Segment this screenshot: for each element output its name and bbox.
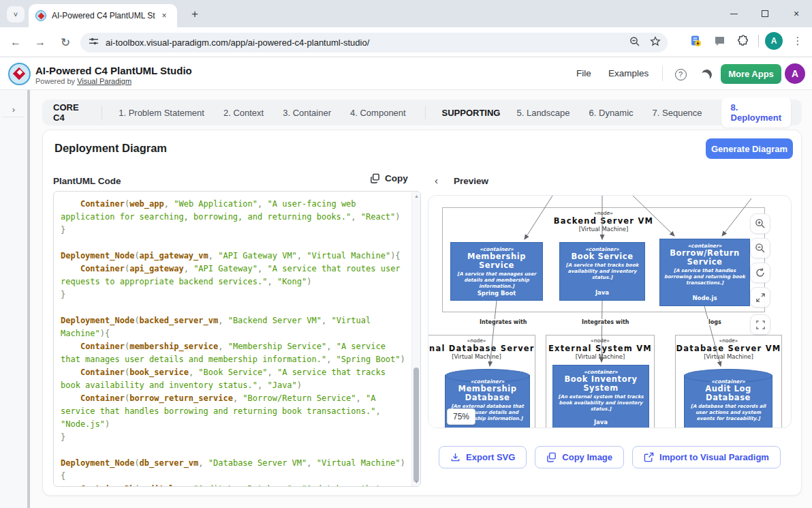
code-line[interactable]: Deployment_Node(backed_server_vm, "Backe… bbox=[61, 314, 407, 340]
copy-code-button[interactable]: Copy bbox=[370, 173, 408, 183]
code-line[interactable]: Container(borrow_return_service, "Borrow… bbox=[61, 392, 407, 431]
code-line[interactable]: } bbox=[61, 431, 407, 444]
powered-by-prefix: Powered by bbox=[35, 77, 77, 85]
code-editor-content[interactable]: Container(web_app, "Web Application", "A… bbox=[54, 192, 411, 487]
container-tech: Java bbox=[595, 289, 609, 297]
zoom-out-icon[interactable] bbox=[750, 238, 770, 258]
container-borrow-return-service: «container» Borrow/Return Service [A ser… bbox=[659, 239, 750, 306]
code-line[interactable]: Deployment_Node(db_server_vm, "Database … bbox=[61, 457, 407, 483]
new-tab-icon[interactable]: + bbox=[187, 7, 202, 22]
zoom-in-icon[interactable] bbox=[750, 213, 770, 234]
code-line[interactable]: Container(book_service, "Book Service", … bbox=[61, 366, 407, 392]
dark-mode-moon-icon[interactable] bbox=[699, 67, 714, 82]
zoom-out-page-icon[interactable] bbox=[629, 36, 640, 50]
plantuml-code-editor[interactable]: Container(web_app, "Web Application", "A… bbox=[53, 191, 421, 487]
more-apps-button[interactable]: More Apps bbox=[721, 64, 781, 84]
import-label: Import to Visual Paradigm bbox=[659, 452, 769, 462]
back-icon[interactable]: ← bbox=[8, 35, 23, 50]
scroll-down-icon[interactable]: ▼ bbox=[412, 479, 421, 484]
tab-context[interactable]: 2. Context bbox=[223, 108, 264, 118]
window-maximize-icon[interactable] bbox=[749, 0, 781, 27]
edge-label: Integrates with bbox=[478, 319, 529, 325]
scroll-up-icon[interactable]: ▲ bbox=[412, 194, 421, 198]
export-svg-button[interactable]: Export SVG bbox=[439, 446, 527, 468]
browser-window: ˅ AI-Powered C4 PlantUML Studio × + × ← … bbox=[0, 0, 812, 508]
page-title: Deployment Diagram bbox=[54, 142, 167, 155]
bookmark-star-icon[interactable] bbox=[650, 36, 661, 50]
fit-expand-icon[interactable] bbox=[750, 287, 770, 308]
zoom-level-badge: 75% bbox=[447, 408, 475, 425]
tab-search-icon[interactable]: ˅ bbox=[7, 6, 25, 23]
window-close-icon[interactable]: × bbox=[781, 0, 812, 27]
window-controls: × bbox=[718, 0, 812, 27]
browser-profile-avatar[interactable]: A bbox=[765, 32, 783, 50]
preview-collapse-icon[interactable]: ‹ bbox=[435, 175, 438, 186]
reset-view-icon[interactable] bbox=[750, 263, 770, 283]
url-text[interactable]: ai-toolbox.visual-paradigm.com/app/ai-po… bbox=[106, 38, 620, 48]
code-line[interactable] bbox=[61, 301, 407, 314]
code-line[interactable]: } bbox=[61, 288, 407, 301]
code-line[interactable] bbox=[61, 237, 407, 250]
site-settings-icon[interactable] bbox=[89, 36, 99, 49]
container-tech: Spring Boot bbox=[478, 290, 516, 298]
code-line[interactable]: } bbox=[61, 224, 407, 237]
tab-problem-statement[interactable]: 1. Problem Statement bbox=[119, 108, 204, 118]
code-scrollbar-thumb[interactable] bbox=[413, 368, 419, 482]
user-avatar[interactable]: A bbox=[785, 63, 805, 84]
comment-icon[interactable] bbox=[710, 32, 728, 50]
node-subtitle: [Virtual Machine] bbox=[443, 226, 764, 233]
preview-panel-label: Preview bbox=[454, 176, 488, 186]
diagram-preview[interactable]: «node» Backend Server VM [Virtual Machin… bbox=[428, 195, 792, 428]
container-book-inventory-system: «container» Book Inventory System [An ex… bbox=[552, 365, 649, 428]
tab-close-icon[interactable]: × bbox=[158, 10, 170, 22]
reading-list-icon[interactable] bbox=[687, 32, 704, 50]
tab-deployment[interactable]: 8. Deployment bbox=[721, 98, 791, 128]
tab-sequence[interactable]: 7. Sequence bbox=[653, 108, 702, 118]
code-line[interactable]: ContainerDb(audit_log, "Audit Log Databa… bbox=[61, 483, 407, 487]
code-line[interactable]: Container(web_app, "Web Application", "A… bbox=[61, 198, 407, 224]
collapsed-sidebar bbox=[0, 90, 27, 508]
node-stereotype: «node» bbox=[428, 338, 535, 344]
code-scrollbar[interactable]: ▲ ▼ bbox=[411, 192, 420, 486]
sidebar-divider bbox=[3, 117, 25, 117]
copy-icon bbox=[370, 173, 380, 183]
edge-label: logs bbox=[706, 319, 723, 325]
container-desc: [A service that manages user details and… bbox=[454, 271, 540, 289]
forward-icon[interactable]: → bbox=[33, 35, 48, 50]
copy-image-label: Copy Image bbox=[562, 452, 612, 462]
import-to-visual-paradigm-button[interactable]: Import to Visual Paradigm bbox=[632, 446, 781, 468]
node-subtitle: [Virtual Machine] bbox=[676, 353, 781, 360]
file-menu[interactable]: File bbox=[576, 68, 591, 78]
node-title: ernal Database Server bbox=[428, 344, 535, 353]
code-line[interactable]: Deployment_Node(api_gateway_vm, "API Gat… bbox=[61, 250, 407, 263]
container-membership-service: «container» Membership Service [A servic… bbox=[450, 242, 543, 301]
fullscreen-icon[interactable] bbox=[750, 314, 770, 335]
address-bar[interactable]: ai-toolbox.visual-paradigm.com/app/ai-po… bbox=[80, 33, 668, 53]
tab-landscape[interactable]: 5. Landscape bbox=[516, 108, 569, 118]
tab-dynamic[interactable]: 6. Dynamic bbox=[589, 108, 634, 118]
tab-component[interactable]: 4. Component bbox=[350, 108, 406, 118]
code-line[interactable]: Container(api_gateway, "API Gateway", "A… bbox=[61, 263, 407, 288]
window-minimize-icon[interactable] bbox=[718, 0, 749, 27]
node-stereotype: «node» bbox=[443, 210, 764, 216]
sidebar-splitter[interactable] bbox=[27, 90, 30, 508]
copy-image-button[interactable]: Copy Image bbox=[535, 446, 624, 468]
extensions-puzzle-icon[interactable] bbox=[734, 32, 752, 50]
header-separator bbox=[662, 66, 663, 81]
browser-menu-icon[interactable]: ⋮ bbox=[789, 32, 807, 50]
node-subtitle: [Virtual Machine] bbox=[546, 353, 654, 360]
node-title: External System VM bbox=[546, 344, 654, 353]
help-icon[interactable]: ? bbox=[673, 67, 688, 82]
generate-diagram-button[interactable]: Generate Diagram bbox=[706, 138, 793, 159]
node-stereotype: «node» bbox=[676, 338, 781, 344]
tab-container[interactable]: 3. Container bbox=[283, 108, 331, 118]
reload-icon[interactable]: ↻ bbox=[58, 35, 73, 50]
examples-menu[interactable]: Examples bbox=[608, 68, 649, 78]
code-line[interactable]: Container(membership_service, "Membershi… bbox=[61, 340, 407, 366]
browser-tab[interactable]: AI-Powered C4 PlantUML Studio × bbox=[29, 4, 177, 27]
sidebar-expand-icon[interactable]: › bbox=[7, 102, 20, 116]
code-line[interactable] bbox=[61, 444, 407, 457]
container-tech: Java bbox=[594, 419, 608, 427]
container-tech: Node.js bbox=[692, 295, 717, 303]
visual-paradigm-link[interactable]: Visual Paradigm bbox=[77, 77, 131, 85]
